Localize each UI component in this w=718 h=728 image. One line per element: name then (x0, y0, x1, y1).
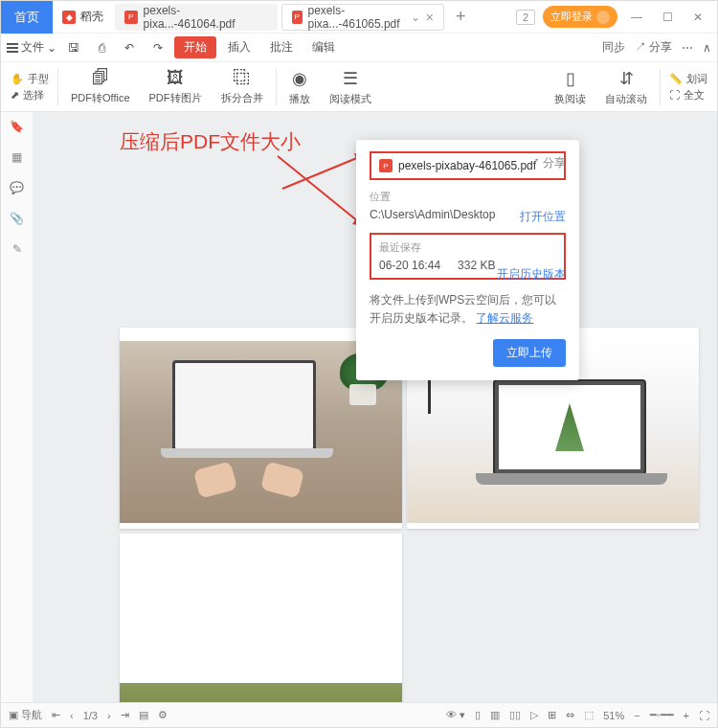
open-location-link[interactable]: 打开位置 (520, 209, 566, 225)
edit-icon[interactable]: ✎ (12, 242, 22, 256)
zoom-in-button[interactable]: + (684, 710, 689, 721)
titlebar: 首页 ◆ 稻壳 P pexels-pixa...-461064.pdf P pe… (1, 1, 717, 34)
split-merge[interactable]: ⿻ 拆分合并 (212, 64, 273, 109)
file-info-popup: P pexels-pixabay-461065.pdf ↗ 分享 位置 C:\U… (356, 140, 579, 380)
menu-start[interactable]: 开始 (174, 36, 216, 58)
pdf-icon: P (124, 11, 138, 24)
left-sidebar: 🔖 ▦ 💬 📎 ✎ (1, 112, 34, 702)
last-page-button[interactable]: ⇥ (121, 709, 129, 721)
menu-edit[interactable]: 编辑 (304, 36, 343, 58)
switch-read[interactable]: ▯ 换阅读 (545, 64, 595, 110)
next-page-button[interactable]: › (107, 710, 111, 721)
split-label: 拆分合并 (221, 91, 263, 105)
share-button[interactable]: ↗ 分享 (528, 155, 566, 171)
pdf-to-office[interactable]: 🗐 PDF转Office (61, 64, 140, 109)
grid-icon[interactable]: ⊞ (548, 709, 556, 721)
save-icon[interactable]: 🖫 (60, 38, 87, 57)
file-tab-1[interactable]: P pexels-pixa...-461064.pdf (115, 4, 278, 31)
docker-icon: ◆ (62, 11, 76, 24)
svg-line-0 (282, 155, 364, 189)
menu-annotate[interactable]: 批注 (262, 36, 301, 58)
history-link[interactable]: 开启历史版本 (497, 266, 566, 283)
print-icon[interactable]: ⎙ (91, 38, 113, 57)
fit-width-icon[interactable]: ⇔ (566, 709, 574, 721)
pdf-image-label: PDF转图片 (149, 91, 202, 105)
file-tab-2-label: pexels-pixa...-461065.pdf (308, 4, 405, 31)
close-button[interactable]: ✕ (686, 6, 709, 29)
two-page-icon[interactable]: ▯▯ (509, 709, 521, 721)
prev-page-button[interactable]: ‹ (70, 710, 74, 721)
tool-hand-select: ✋手型 ⬈选择 (5, 70, 55, 104)
arrow-icon (278, 154, 369, 231)
menubar: 文件 ⌄ 🖫 ⎙ ↶ ↷ 开始 插入 批注 编辑 同步 ↗ 分享 ⋯ ∧ (1, 34, 717, 62)
pdf-image-icon: 🖼 (167, 68, 184, 88)
menu-sync[interactable]: 同步 (602, 39, 625, 56)
single-page-icon[interactable]: ▯ (475, 709, 481, 721)
file-menu-label: 文件 (21, 39, 44, 56)
upload-button[interactable]: 立即上传 (493, 339, 566, 367)
minimize-button[interactable]: — (625, 6, 648, 29)
divider (276, 69, 277, 105)
undo-icon[interactable]: ↶ (117, 38, 142, 57)
bookmark-icon[interactable]: 🔖 (10, 120, 24, 133)
login-label: 立即登录 (550, 10, 593, 24)
pdf-to-image[interactable]: 🖼 PDF转图片 (140, 64, 212, 109)
notification-badge[interactable]: 2 (516, 10, 535, 25)
thumbnails-icon[interactable]: ▦ (11, 150, 22, 164)
maximize-button[interactable]: ☐ (656, 6, 679, 29)
play-button[interactable]: ▷ (530, 709, 538, 721)
hamburger-menu[interactable]: 文件 ⌄ (7, 39, 56, 56)
zoom-level[interactable]: 51% (603, 710, 624, 721)
nav-toggle[interactable]: ▣ 导航 (9, 708, 42, 722)
hand-illustration (260, 461, 304, 498)
file-tab-2[interactable]: P pexels-pixa...-461065.pdf ⌄ × (281, 4, 444, 31)
redo-icon[interactable]: ↷ (146, 38, 170, 57)
pdf-page-3 (120, 534, 402, 702)
new-tab-button[interactable]: + (446, 7, 476, 27)
pdf-icon: P (292, 11, 303, 24)
zoom-slider[interactable]: ━◦━━ (650, 709, 674, 721)
file-size: 332 KB (458, 259, 495, 272)
layout-button[interactable]: ▤ (139, 709, 148, 721)
docker-tab[interactable]: ◆ 稻壳 (53, 1, 113, 34)
play-tool[interactable]: ◉ 播放 (280, 64, 320, 110)
fullscreen-icon[interactable]: ⛶ (699, 710, 709, 721)
close-icon[interactable]: × (426, 10, 434, 25)
nav-label: 导航 (21, 708, 42, 722)
zoom-out-button[interactable]: − (634, 710, 639, 721)
pineapple-illustration (555, 403, 584, 451)
menubar-right: 同步 ↗ 分享 ⋯ ∧ (602, 39, 711, 56)
document-canvas[interactable]: 压缩后PDF文件大小 (34, 112, 717, 702)
fullscreen-label: 全文 (684, 88, 705, 102)
docker-label: 稻壳 (80, 9, 103, 25)
select-tool[interactable]: ⬈选择 (11, 88, 49, 102)
continuous-icon[interactable]: ▥ (490, 709, 500, 721)
hand-icon: ✋ (11, 73, 24, 85)
menu-insert[interactable]: 插入 (220, 36, 258, 58)
home-tab[interactable]: 首页 (1, 1, 53, 34)
toolbar-right: ▯ 换阅读 ⇵ 自动滚动 📏 划词 ⛶ 全文 (545, 64, 713, 110)
comment-icon[interactable]: 💬 (10, 181, 24, 194)
hand-tool[interactable]: ✋手型 (11, 72, 49, 86)
login-button[interactable]: 立即登录 (543, 6, 617, 28)
attachment-icon[interactable]: 📎 (10, 212, 24, 225)
dropdown-icon[interactable]: ⌄ (411, 11, 420, 24)
save-date: 06-20 16:44 (379, 259, 440, 272)
page-indicator[interactable]: 1/3 (83, 710, 98, 721)
view-icon[interactable]: 👁 ▾ (446, 709, 465, 721)
cloud-service-link[interactable]: 了解云服务 (476, 311, 533, 325)
underline-tool[interactable]: 📏 划词 (669, 72, 707, 86)
read-mode[interactable]: ☰ 阅读模式 (320, 64, 381, 110)
first-page-button[interactable]: ⇤ (52, 709, 60, 721)
fullscreen-tool[interactable]: ⛶ 全文 (669, 88, 707, 102)
menu-more-icon[interactable]: ⋯ (682, 41, 693, 55)
autoscroll[interactable]: ⇵ 自动滚动 (595, 64, 657, 110)
menu-expand-icon[interactable]: ∧ (703, 41, 711, 55)
location-label: 位置 (370, 190, 566, 204)
book-icon: ☰ (343, 68, 358, 89)
menu-share[interactable]: ↗ 分享 (635, 39, 672, 56)
titlebar-right: 2 立即登录 — ☐ ✕ (516, 6, 717, 29)
select-label: 选择 (23, 88, 44, 102)
fit-page-icon[interactable]: ⬚ (584, 709, 594, 721)
settings-icon[interactable]: ⚙ (158, 709, 168, 721)
